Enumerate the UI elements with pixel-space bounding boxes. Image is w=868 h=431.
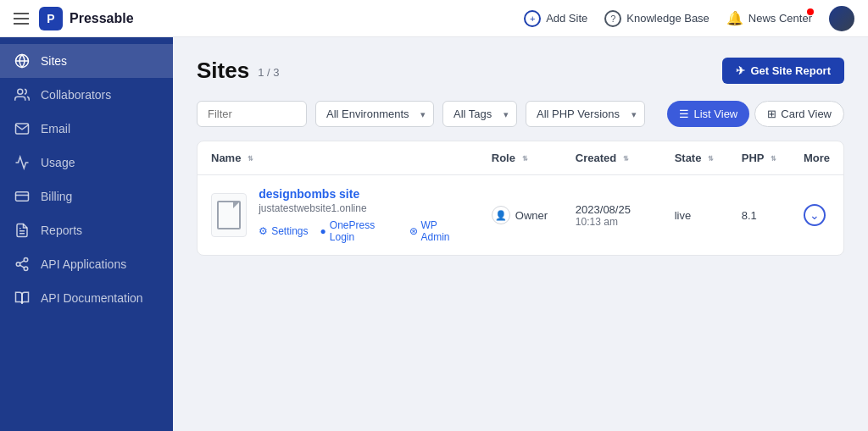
add-site-button[interactable]: + Add Site (524, 10, 587, 27)
settings-icon: ⚙ (259, 225, 268, 237)
svg-point-7 (24, 258, 28, 262)
php-versions-select[interactable]: All PHP Versions (526, 101, 645, 127)
environments-select[interactable]: All Environments (315, 101, 434, 127)
sidebar-item-billing[interactable]: Billing (0, 180, 173, 213)
sidebar-label-billing: Billing (41, 190, 72, 203)
page-title-group: Sites 1 / 3 (197, 58, 279, 84)
news-center-button[interactable]: 🔔 News Center (726, 10, 812, 26)
svg-point-9 (24, 267, 28, 271)
name-sort-icon: ⇅ (248, 156, 253, 163)
site-url: justatestwebsite1.online (259, 202, 465, 214)
avatar[interactable] (829, 6, 854, 31)
site-info: designbombs site justatestwebsite1.onlin… (259, 187, 465, 243)
filters-bar: All Environments All Tags All PHP Versio… (197, 101, 844, 127)
col-header-state[interactable]: State ⇅ (661, 141, 728, 175)
card-view-button[interactable]: ⊞ Card View (754, 101, 844, 127)
sidebar-item-sites[interactable]: Sites (0, 44, 173, 78)
knowledge-icon: ? (604, 10, 621, 27)
logo: P Pressable (39, 7, 134, 30)
logo-text: Pressable (70, 11, 134, 26)
php-versions-select-wrapper: All PHP Versions (526, 101, 645, 127)
wp-icon: ⊛ (409, 225, 418, 237)
main-content: Sites 1 / 3 ✈ Get Site Report All Enviro… (173, 37, 868, 431)
state-sort-icon: ⇅ (708, 156, 714, 163)
card-view-label: Card View (781, 108, 832, 120)
created-time: 10:13 am (576, 216, 648, 228)
add-site-icon: + (524, 10, 541, 27)
settings-link[interactable]: ⚙ Settings (259, 219, 308, 243)
get-report-label: Get Site Report (750, 64, 831, 77)
role-label: Owner (515, 209, 548, 222)
col-header-php[interactable]: PHP ⇅ (728, 141, 790, 175)
card-view-icon: ⊞ (767, 108, 776, 120)
php-sort-icon: ⇅ (771, 156, 776, 163)
table-header-row: Name ⇅ Role ⇅ Created ⇅ State (198, 141, 843, 175)
top-nav-right: + Add Site ? Knowledge Base 🔔 News Cente… (524, 6, 854, 31)
site-role-cell: 👤 Owner (478, 175, 562, 256)
avatar-image (829, 6, 854, 31)
knowledge-label: Knowledge Base (626, 12, 709, 25)
site-name-cell: designbombs site justatestwebsite1.onlin… (198, 175, 478, 256)
sidebar-item-api-applications[interactable]: API Applications (0, 247, 173, 281)
top-nav: P Pressable + Add Site ? Knowledge Base … (0, 0, 868, 37)
api-documentation-icon (14, 290, 31, 307)
sidebar-item-collaborators[interactable]: Collaborators (0, 78, 173, 112)
svg-rect-3 (16, 192, 29, 202)
site-actions: ⚙ Settings ● OnePress Login (259, 219, 465, 243)
created-date: 2023/08/25 (576, 203, 648, 216)
sidebar-label-usage: Usage (41, 156, 75, 169)
hamburger-menu[interactable] (14, 13, 29, 25)
logo-icon: P (39, 7, 63, 30)
site-name-link[interactable]: designbombs site (259, 187, 359, 201)
page-count: 1 / 3 (258, 66, 279, 79)
sidebar-label-reports: Reports (41, 224, 82, 237)
billing-icon (14, 188, 31, 205)
sidebar: Sites Collaborators Email Usage Billing (0, 37, 173, 431)
state-label: live (675, 209, 692, 222)
svg-line-11 (19, 261, 24, 263)
email-icon (14, 120, 31, 137)
sites-table: Name ⇅ Role ⇅ Created ⇅ State (198, 141, 843, 255)
knowledge-base-button[interactable]: ? Knowledge Base (604, 10, 709, 27)
col-header-name[interactable]: Name ⇅ (198, 141, 478, 175)
sidebar-item-usage[interactable]: Usage (0, 146, 173, 180)
role-group: 👤 Owner (492, 206, 548, 224)
report-icon: ✈ (736, 64, 745, 77)
site-created-cell: 2023/08/25 10:13 am (562, 175, 661, 256)
site-state-cell: live (661, 175, 728, 256)
list-view-button[interactable]: ☰ List View (667, 101, 749, 127)
tags-select[interactable]: All Tags (442, 101, 517, 127)
usage-icon (14, 154, 31, 171)
page-header: Sites 1 / 3 ✈ Get Site Report (197, 58, 844, 84)
list-view-icon: ☰ (679, 108, 689, 120)
sidebar-label-api-documentation: API Documentation (41, 291, 143, 305)
role-sort-icon: ⇅ (522, 156, 528, 163)
layout: Sites Collaborators Email Usage Billing (0, 37, 868, 431)
filter-input[interactable] (197, 101, 307, 127)
sidebar-item-reports[interactable]: Reports (0, 213, 173, 247)
get-site-report-button[interactable]: ✈ Get Site Report (722, 58, 844, 84)
sidebar-label-sites: Sites (41, 54, 67, 68)
site-thumbnail (211, 193, 247, 237)
environments-select-wrapper: All Environments (315, 101, 434, 127)
tags-select-wrapper: All Tags (442, 101, 517, 127)
sidebar-label-email: Email (41, 122, 70, 135)
more-options-button[interactable]: ⌄ (804, 204, 826, 226)
list-view-label: List View (693, 108, 737, 120)
onepress-icon: ● (320, 225, 326, 237)
svg-line-10 (19, 265, 24, 268)
wp-admin-link[interactable]: ⊛ WP Admin (409, 219, 465, 243)
table-row: designbombs site justatestwebsite1.onlin… (198, 175, 843, 256)
col-header-created[interactable]: Created ⇅ (562, 141, 661, 175)
site-more-cell: ⌄ (790, 175, 843, 256)
onepress-login-link[interactable]: ● OnePress Login (320, 219, 398, 243)
notification-dot (807, 8, 814, 15)
col-header-role[interactable]: Role ⇅ (478, 141, 562, 175)
sidebar-item-email[interactable]: Email (0, 112, 173, 146)
collaborators-icon (14, 86, 31, 103)
news-label: News Center (748, 12, 812, 25)
sites-icon (14, 52, 31, 69)
sidebar-item-api-documentation[interactable]: API Documentation (0, 281, 173, 315)
reports-icon (14, 222, 31, 239)
add-site-label: Add Site (546, 12, 587, 25)
